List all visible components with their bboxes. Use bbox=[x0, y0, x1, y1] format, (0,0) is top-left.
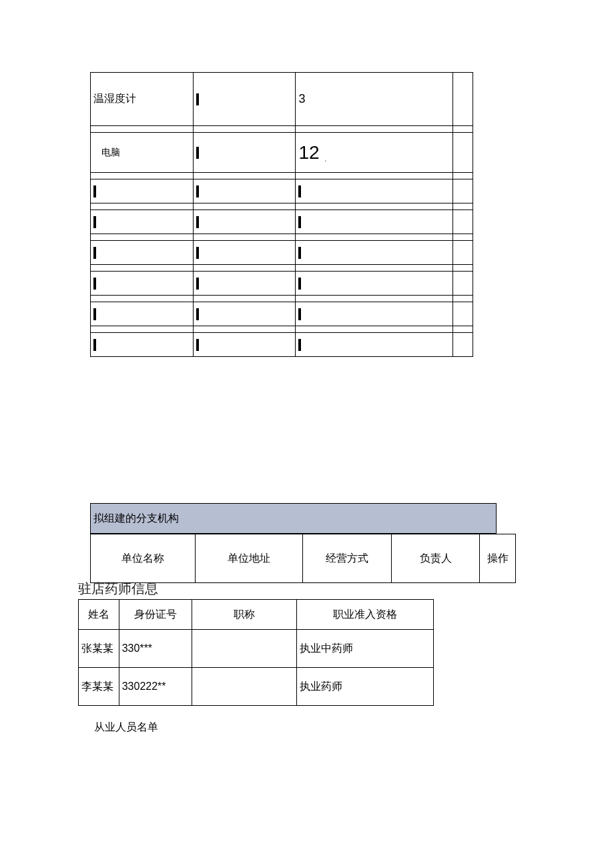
document-page: 温湿度计3电脑12. 拟组建的分支机构 单位名称 单位地址 经营方式 负责人 操… bbox=[0, 0, 614, 868]
bar-icon bbox=[93, 247, 96, 259]
bar-icon bbox=[196, 247, 199, 259]
bar-icon bbox=[298, 278, 301, 290]
equip-cell-d bbox=[453, 241, 473, 265]
equip-value: 3 bbox=[298, 92, 305, 105]
bar-icon bbox=[93, 278, 96, 290]
spacer-cell bbox=[453, 234, 473, 241]
branch-table: 单位名称 单位地址 经营方式 负责人 操作 bbox=[90, 534, 516, 583]
spacer-cell bbox=[91, 265, 194, 272]
spacer-cell bbox=[296, 173, 453, 179]
pharm-id: 330*** bbox=[119, 630, 192, 668]
equipment-row bbox=[91, 272, 473, 296]
equip-label: 温湿度计 bbox=[93, 93, 136, 104]
bar-icon bbox=[298, 247, 301, 259]
spacer-cell bbox=[193, 173, 296, 179]
equip-cell-c bbox=[296, 302, 453, 326]
equipment-row bbox=[91, 179, 473, 203]
spacer-cell bbox=[296, 296, 453, 302]
equip-cell-d bbox=[453, 302, 473, 326]
equipment-row bbox=[91, 333, 473, 357]
spacer-cell bbox=[453, 326, 473, 333]
spacer-cell bbox=[91, 326, 194, 333]
pharm-row: 李某某330222**执业药师 bbox=[79, 668, 434, 706]
equip-cell-b bbox=[193, 179, 296, 203]
equip-cell-a bbox=[91, 210, 194, 234]
branch-header: 拟组建的分支机构 bbox=[90, 503, 497, 534]
equip-cell-a: 温湿度计 bbox=[91, 73, 194, 126]
bar-icon bbox=[298, 339, 301, 351]
bar-icon bbox=[196, 185, 199, 197]
spacer-cell bbox=[91, 234, 194, 241]
equipment-row bbox=[91, 241, 473, 265]
pharm-col-name: 姓名 bbox=[79, 600, 119, 630]
bar-icon bbox=[298, 216, 301, 228]
equipment-row: 电脑12. bbox=[91, 133, 473, 173]
equip-cell-c: 3 bbox=[296, 73, 453, 126]
bar-icon bbox=[93, 216, 96, 228]
pharm-qual: 执业中药师 bbox=[296, 630, 434, 668]
spacer-cell bbox=[296, 326, 453, 333]
equipment-row bbox=[91, 265, 473, 272]
bar-icon bbox=[93, 339, 96, 351]
spacer-cell bbox=[91, 126, 194, 133]
equip-cell-d bbox=[453, 73, 473, 126]
equip-cell-c bbox=[296, 210, 453, 234]
pharm-col-id: 身份证号 bbox=[119, 600, 192, 630]
equipment-row bbox=[91, 302, 473, 326]
equip-cell-c bbox=[296, 241, 453, 265]
pharm-name: 李某某 bbox=[79, 668, 119, 706]
equipment-row bbox=[91, 210, 473, 234]
pharm-col-qual: 职业准入资格 bbox=[296, 600, 434, 630]
bar-icon bbox=[196, 308, 199, 320]
bar-icon bbox=[93, 308, 96, 320]
spacer-cell bbox=[91, 296, 194, 302]
pharm-id: 330222** bbox=[119, 668, 192, 706]
equipment-row bbox=[91, 173, 473, 179]
equip-cell-c bbox=[296, 179, 453, 203]
equipment-table: 温湿度计3电脑12. bbox=[90, 72, 473, 357]
spacer-cell bbox=[193, 203, 296, 210]
branch-col-name: 单位名称 bbox=[91, 534, 196, 583]
spacer-cell bbox=[453, 265, 473, 272]
equip-cell-b bbox=[193, 73, 296, 126]
spacer-cell bbox=[193, 234, 296, 241]
spacer-cell bbox=[91, 203, 194, 210]
spacer-cell bbox=[453, 296, 473, 302]
bar-icon bbox=[196, 216, 199, 228]
equip-cell-b bbox=[193, 210, 296, 234]
equip-cell-a bbox=[91, 272, 194, 296]
bar-icon bbox=[196, 278, 199, 290]
equip-cell-d bbox=[453, 133, 473, 173]
equip-cell-d bbox=[453, 272, 473, 296]
bar-icon bbox=[298, 308, 301, 320]
branch-col-mode: 经营方式 bbox=[302, 534, 392, 583]
bar-icon bbox=[196, 93, 199, 105]
equip-cell-a bbox=[91, 302, 194, 326]
pharm-col-title: 职称 bbox=[192, 600, 296, 630]
equip-cell-b bbox=[193, 272, 296, 296]
pharm-header-row: 姓名 身份证号 职称 职业准入资格 bbox=[79, 600, 434, 630]
equip-cell-d bbox=[453, 179, 473, 203]
equipment-row bbox=[91, 126, 473, 133]
pharmacist-section-title: 驻店药师信息 bbox=[78, 580, 158, 598]
bar-icon bbox=[196, 339, 199, 351]
branch-header-row: 单位名称 单位地址 经营方式 负责人 操作 bbox=[91, 534, 516, 583]
pharm-name: 张某某 bbox=[79, 630, 119, 668]
spacer-cell bbox=[193, 126, 296, 133]
equip-cell-b bbox=[193, 133, 296, 173]
spacer-cell bbox=[91, 173, 194, 179]
pharm-title-cell bbox=[192, 668, 296, 706]
staff-section-title: 从业人员名单 bbox=[94, 721, 158, 735]
equipment-row bbox=[91, 203, 473, 210]
equip-cell-d bbox=[453, 210, 473, 234]
spacer-cell bbox=[453, 173, 473, 179]
equip-label: 电脑 bbox=[93, 147, 120, 157]
branch-col-address: 单位地址 bbox=[195, 534, 302, 583]
equip-cell-d bbox=[453, 333, 473, 357]
equip-cell-c bbox=[296, 333, 453, 357]
bar-icon bbox=[196, 147, 199, 159]
bar-icon bbox=[298, 185, 301, 197]
equip-cell-a bbox=[91, 179, 194, 203]
equip-value: 12 bbox=[298, 142, 319, 163]
spacer-cell bbox=[296, 234, 453, 241]
